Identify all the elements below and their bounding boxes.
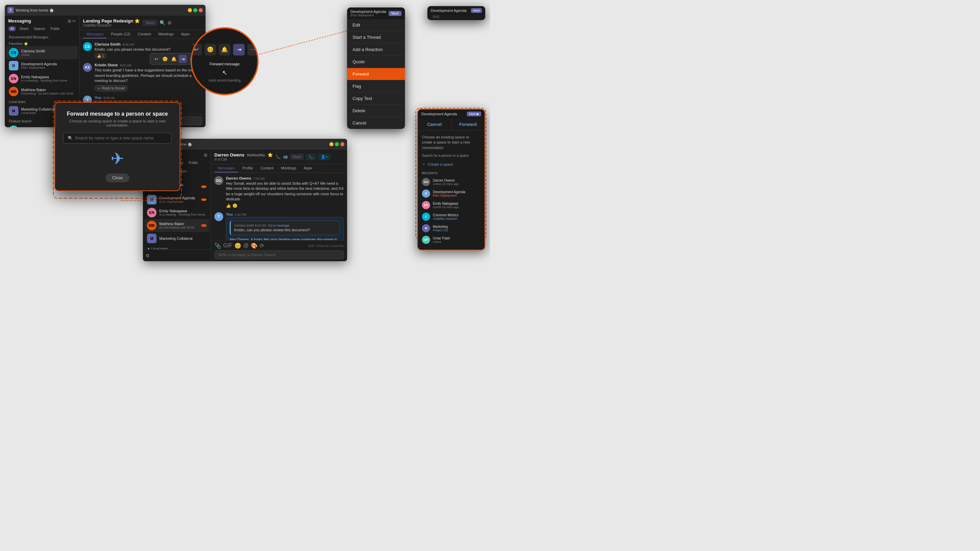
tab-public[interactable]: Public bbox=[49, 26, 62, 31]
reply-to-thread-btn[interactable]: ↩ Reply to thread bbox=[95, 85, 128, 92]
attach-icon[interactable]: 📎 bbox=[215, 243, 221, 249]
close-btn[interactable] bbox=[199, 8, 203, 12]
tab-people[interactable]: People (12) bbox=[108, 30, 134, 38]
tab-meetings-2[interactable]: Meetings bbox=[278, 164, 300, 172]
mob-item-marketing[interactable]: M Marketing Project 101 bbox=[422, 222, 480, 234]
fwd-label: Clarissa Smith 8:16 AM · Go to message bbox=[234, 224, 336, 227]
mobile-cancel-btn[interactable]: Cancel bbox=[418, 118, 452, 130]
mobile-meet-btn[interactable]: Meet ▶ bbox=[467, 111, 481, 116]
ctx-edit[interactable]: Edit bbox=[347, 19, 405, 31]
sidebar-item-matthew[interactable]: MB Matthew Baker Presenting · Do Not Dis… bbox=[6, 85, 78, 98]
tab-content-2[interactable]: Content bbox=[257, 164, 277, 172]
avatar-en-2: EN bbox=[147, 208, 156, 218]
mobile-search-label: Search for a person or a space bbox=[422, 154, 480, 157]
search-icon[interactable]: 🔍 bbox=[159, 20, 165, 25]
tab-meetings[interactable]: Meetings bbox=[155, 30, 177, 38]
item-name-clarissa: Clarissa Smith bbox=[21, 49, 75, 53]
mag-emoji-btn[interactable]: 😊 bbox=[205, 44, 216, 56]
back-icon[interactable]: ↩ bbox=[152, 55, 160, 63]
mob-info-darren: Darren Owens Active 20 mins ago bbox=[433, 179, 480, 186]
audio-icon[interactable]: 📞 bbox=[275, 154, 281, 159]
mobile-forward-btn[interactable]: Forward bbox=[452, 118, 485, 130]
mob-item-devagenda[interactable]: D Development Agenda ENG Deployment bbox=[422, 188, 480, 199]
ctx-quote[interactable]: Quote bbox=[347, 56, 405, 68]
modal-search-box[interactable]: 🔍 bbox=[63, 133, 172, 143]
name-mb-2: Matthew Baker bbox=[159, 222, 198, 226]
ctx-copy[interactable]: Copy Text bbox=[347, 92, 405, 105]
ctx-forward[interactable]: Forward bbox=[347, 68, 405, 80]
ctx-add-reaction[interactable]: Add a Reaction bbox=[347, 43, 405, 56]
modal-search-input[interactable] bbox=[75, 136, 167, 140]
settings-icon-2[interactable]: ⚙ bbox=[146, 253, 150, 258]
close-btn-2[interactable] bbox=[340, 142, 344, 146]
sidebar-item-emily[interactable]: EN Emily Nakagawa In a meeting · Working… bbox=[6, 72, 78, 85]
tab-direct[interactable]: Direct bbox=[18, 26, 30, 31]
meet-btn-2[interactable]: Meet bbox=[290, 154, 304, 160]
compose-icon[interactable]: ✏ bbox=[73, 19, 76, 24]
tab-apps-2[interactable]: Apps bbox=[301, 164, 316, 172]
tab-messages[interactable]: Messages bbox=[83, 30, 107, 38]
mention-icon[interactable]: @ bbox=[243, 243, 249, 249]
in-call-btn[interactable]: 📞 bbox=[306, 154, 316, 160]
chat-input-2[interactable]: Write a message to Darren Owens bbox=[215, 250, 344, 259]
modal-close-button[interactable]: Close bbox=[105, 173, 130, 182]
add-people-btn[interactable]: 👤+ bbox=[318, 154, 331, 160]
tab-apps[interactable]: Apps bbox=[178, 30, 193, 38]
mobile-ctx-meet[interactable]: Meet bbox=[471, 8, 482, 13]
maximize-btn[interactable] bbox=[193, 8, 197, 12]
ctx-meet-btn[interactable]: Meet bbox=[388, 11, 401, 16]
ctx-cancel[interactable]: Cancel bbox=[347, 117, 405, 129]
sticker-icon[interactable]: 🎨 bbox=[251, 243, 258, 249]
sidebar-item-devagenda[interactable]: D Development Agenda ENG Deployment bbox=[6, 59, 78, 72]
ctx-header: Development Agenda ENG deployment Meet bbox=[347, 8, 405, 19]
mob-item-emily[interactable]: EN Emily Nakagawa Active 25 mins ago bbox=[422, 199, 480, 211]
sidebar-item-mb-2[interactable]: MB Matthew Baker Do Not Disturb until 16… bbox=[144, 219, 209, 232]
mag-bell-btn[interactable]: 🔔 bbox=[219, 44, 231, 56]
mob-item-common[interactable]: C Common Metrics Usability research bbox=[422, 211, 480, 222]
sidebar-header: Messaging ⊞ ✏ bbox=[5, 16, 79, 26]
tab-all[interactable]: All bbox=[8, 26, 16, 31]
reaction-badge[interactable]: 👍 1 bbox=[95, 53, 107, 59]
tab-msgs-2[interactable]: Messages bbox=[215, 164, 238, 172]
tab-spaces[interactable]: Spaces bbox=[32, 26, 47, 31]
chat-2: Darren Owens He/Him/His ⭐ In a Call 📞 📹 … bbox=[211, 150, 347, 261]
ctx-delete[interactable]: Delete bbox=[347, 105, 405, 117]
minimize-btn[interactable] bbox=[188, 8, 192, 12]
sidebar-item-clarissa[interactable]: CS Clarissa Smith Active bbox=[6, 46, 78, 59]
mobile-context-menu: Development Agenda Meet 9:41 bbox=[427, 6, 485, 20]
ctx-flag[interactable]: Flag bbox=[347, 80, 405, 92]
bell-icon[interactable]: 🔔 bbox=[170, 55, 178, 63]
sidebar-item-en-2[interactable]: EN Emily Nakagawa In a meeting · Working… bbox=[144, 206, 209, 219]
mob-item-darren[interactable]: DO Darren Owens Active 20 mins ago bbox=[422, 176, 480, 188]
sidebar-item-mc-2[interactable]: M Marketing Collateral bbox=[144, 232, 209, 245]
mob-item-umar[interactable]: UP Umar Patel Active bbox=[422, 234, 480, 246]
settings-icon[interactable]: ⚙ bbox=[167, 20, 172, 25]
forward-icon[interactable]: ⇥ bbox=[179, 55, 187, 63]
sidebar-item-da-2[interactable]: D Development Agenda ENG Deployment bbox=[144, 193, 209, 206]
loop-icon[interactable]: ⟳ bbox=[259, 243, 264, 249]
mobile-create-space[interactable]: ＋ Create a space bbox=[422, 159, 480, 169]
meet-button[interactable]: Meet bbox=[143, 20, 158, 26]
ctx-start-thread[interactable]: Start a Thread bbox=[347, 31, 405, 43]
msg-time-1: 8:16 AM bbox=[123, 43, 134, 46]
mobile-ctx-sub: 9:41 bbox=[427, 15, 485, 20]
mag-forward-btn[interactable]: ⇥ bbox=[233, 44, 245, 56]
gif-icon[interactable]: GIF bbox=[223, 243, 232, 249]
tab-profile-2[interactable]: Profile bbox=[239, 164, 256, 172]
emoji-icon[interactable]: 😊 bbox=[161, 55, 169, 63]
mag-more-btn[interactable]: ··· bbox=[247, 44, 259, 56]
mob-status-common: Usability research bbox=[433, 217, 480, 221]
emoji-input-icon[interactable]: 😊 bbox=[234, 243, 241, 249]
mob-av-devagenda: D bbox=[422, 189, 430, 198]
tab-content[interactable]: Content bbox=[134, 30, 154, 38]
ctx-header-info: Development Agenda ENG deployment bbox=[350, 10, 386, 17]
filter-icon[interactable]: ⊞ bbox=[68, 19, 71, 24]
min-btn-2[interactable] bbox=[329, 142, 334, 146]
cursor-icon: ↖ bbox=[222, 69, 227, 76]
max-btn-2[interactable] bbox=[335, 142, 339, 146]
filter-icon-2[interactable]: ⊞ bbox=[204, 153, 207, 157]
tab-public-2[interactable]: Public bbox=[187, 160, 200, 165]
go-to-message-link[interactable]: Go to message bbox=[269, 224, 289, 227]
item-sub-matthew: Presenting · Do Not Disturb until 16:00 bbox=[21, 92, 75, 95]
video-icon[interactable]: 📹 bbox=[283, 154, 288, 159]
